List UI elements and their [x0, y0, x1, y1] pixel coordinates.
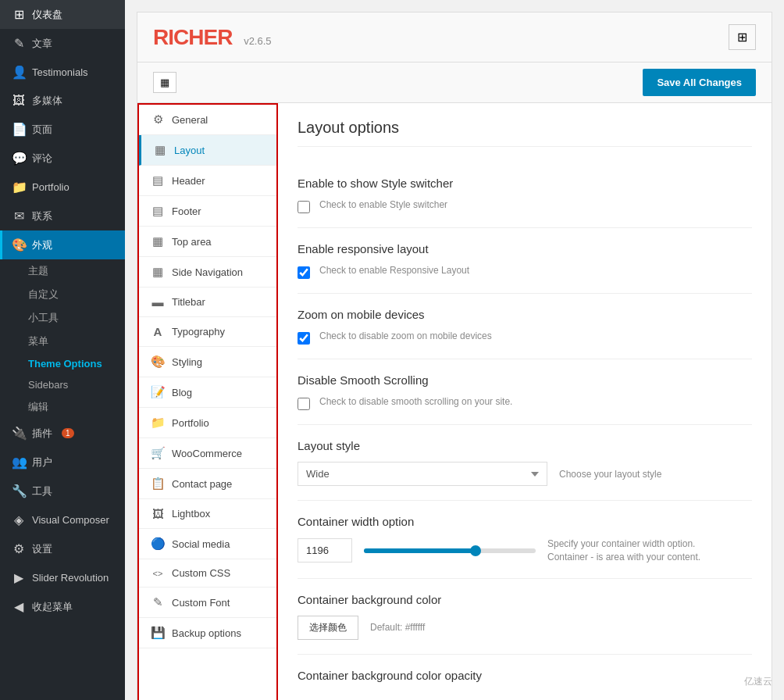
layout-icon: ▦ [152, 143, 168, 157]
nav-item-side-nav[interactable]: ▦ Side Navigation [139, 257, 276, 288]
sidebar-sub-menus[interactable]: 菜单 [0, 330, 125, 353]
theme-right-panel: Layout options Enable to show Style swit… [278, 103, 772, 700]
lightbox-icon: 🖼 [150, 507, 166, 520]
sidebar-sub-theme-options[interactable]: Theme Options [0, 353, 125, 374]
color-picker-button[interactable]: 选择颜色 [298, 616, 358, 640]
pages-icon: 📄 [12, 122, 26, 137]
sidebar-item-media[interactable]: 🖼 多媒体 [0, 87, 125, 115]
sidebar-item-tools[interactable]: 🔧 工具 [0, 477, 125, 505]
social-icon: 🔵 [150, 537, 166, 551]
theme-toolbar: ▦ Save All Changes [137, 62, 772, 103]
option-container-width: Container width option Specify your cont… [298, 501, 752, 579]
sidebar-sub-sidebars[interactable]: Sidebars [0, 374, 125, 395]
tools-icon: 🔧 [12, 484, 26, 498]
nav-item-custom-css[interactable]: <> Custom CSS [139, 559, 276, 588]
sidebar-item-settings[interactable]: ⚙ 设置 [0, 534, 125, 563]
sidebar-item-posts[interactable]: ✎ 文章 [0, 29, 125, 58]
nav-item-custom-font[interactable]: ✎ Custom Font [139, 588, 276, 618]
vc-icon: ◈ [12, 512, 26, 527]
nav-item-styling[interactable]: 🎨 Styling [139, 347, 276, 377]
media-icon: 🖼 [12, 94, 26, 108]
footer-icon: ▤ [150, 204, 166, 218]
view-toggle-button[interactable]: ▦ [153, 72, 176, 93]
style-switcher-checkbox[interactable] [298, 201, 310, 213]
plugins-icon: 🔌 [12, 426, 26, 441]
sidebar-item-vc[interactable]: ◈ Visual Composer [0, 505, 125, 534]
zoom-checkbox[interactable] [298, 332, 310, 345]
sidebar-item-links[interactable]: ✉ 联系 [0, 202, 125, 230]
container-width-slider[interactable] [364, 548, 536, 553]
option-layout-style: Layout style Wide Boxed Full Width Choos… [298, 425, 752, 501]
option-container-bg-opacity: Container background color opacity [298, 655, 752, 700]
nav-item-woocommerce[interactable]: 🛒 WooCommerce [139, 438, 276, 469]
section-title: Layout options [298, 119, 752, 147]
sidebar-item-testimonials[interactable]: 👤 Testimonials [0, 58, 125, 87]
contact-icon: 📋 [150, 477, 166, 491]
styling-icon: 🎨 [150, 355, 166, 369]
header-icon: ▤ [150, 173, 166, 188]
side-nav-icon: ▦ [150, 265, 166, 279]
portfolio-nav-icon: 📁 [150, 416, 166, 430]
nav-item-titlebar[interactable]: ▬ Titlebar [139, 288, 276, 317]
nav-item-header[interactable]: ▤ Header [139, 166, 276, 196]
nav-item-portfolio[interactable]: 📁 Portfolio [139, 408, 276, 438]
option-responsive: Enable responsive layout Check to enable… [298, 228, 752, 294]
nav-item-top-area[interactable]: ▦ Top area [139, 227, 276, 257]
sidebar-sub-editor[interactable]: 编辑 [0, 395, 125, 419]
wordpress-sidebar: ⊞ 仪表盘 ✎ 文章 👤 Testimonials 🖼 多媒体 📄 页面 💬 评… [0, 0, 125, 700]
theme-header: RICHER v2.6.5 ⊞ [137, 12, 772, 62]
typography-icon: A [150, 325, 166, 338]
sidebar-item-pages[interactable]: 📄 页面 [0, 115, 125, 144]
theme-panel: RICHER v2.6.5 ⊞ ▦ Save All Changes ⚙ Gen… [137, 12, 772, 700]
save-all-button[interactable]: Save All Changes [643, 69, 756, 96]
sidebar-item-plugins[interactable]: 🔌 插件 1 [0, 419, 125, 448]
nav-item-layout[interactable]: ▦ Layout [139, 135, 276, 166]
nav-item-contact[interactable]: 📋 Contact page [139, 469, 276, 499]
nav-item-social[interactable]: 🔵 Social media [139, 529, 276, 559]
container-width-input[interactable] [298, 538, 352, 562]
links-icon: ✉ [12, 209, 26, 223]
top-area-icon: ▦ [150, 234, 166, 248]
theme-nav: ⚙ General ▦ Layout ▤ Header ▤ Footer ▦ [137, 103, 278, 700]
sidebar-sub-widgets[interactable]: 小工具 [0, 306, 125, 330]
dashboard-icon: ⊞ [12, 7, 26, 22]
sidebar-item-slider[interactable]: ▶ Slider Revolution [0, 563, 125, 592]
general-icon: ⚙ [150, 112, 166, 127]
woo-icon: 🛒 [150, 446, 166, 460]
sidebar-item-portfolio[interactable]: 📁 Portfolio [0, 173, 125, 202]
theme-settings-icon-button[interactable]: ⊞ [729, 24, 756, 50]
nav-item-lightbox[interactable]: 🖼 Lightbox [139, 499, 276, 529]
nav-item-blog[interactable]: 📝 Blog [139, 377, 276, 408]
appearance-icon: 🎨 [12, 238, 26, 252]
sidebar-sub-themes[interactable]: 主题 [0, 259, 125, 283]
option-container-bg: Container background color 选择颜色 Default:… [298, 579, 752, 655]
posts-icon: ✎ [12, 36, 26, 51]
testimonials-icon: 👤 [12, 65, 26, 80]
nav-item-general[interactable]: ⚙ General [139, 105, 276, 135]
smooth-scroll-checkbox[interactable] [298, 398, 310, 410]
users-icon: 👥 [12, 455, 26, 470]
nav-item-footer[interactable]: ▤ Footer [139, 196, 276, 227]
font-icon: ✎ [150, 595, 166, 609]
option-style-switcher: Enable to show Style switcher Check to e… [298, 162, 752, 228]
slider-icon: ▶ [12, 570, 26, 585]
collapse-icon: ◀ [12, 599, 26, 614]
sidebar-item-appearance[interactable]: 🎨 外观 [0, 230, 125, 259]
sidebar-item-comments[interactable]: 💬 评论 [0, 144, 125, 173]
sidebar-item-users[interactable]: 👥 用户 [0, 448, 125, 477]
nav-item-backup[interactable]: 💾 Backup options [139, 618, 276, 648]
blog-icon: 📝 [150, 385, 166, 399]
nav-item-typography[interactable]: A Typography [139, 317, 276, 347]
sidebar-item-dashboard[interactable]: ⊞ 仪表盘 [0, 0, 125, 29]
sidebar-item-collapse[interactable]: ◀ 收起菜单 [0, 592, 125, 621]
sidebar-sub-customize[interactable]: 自定义 [0, 283, 125, 306]
main-area: RICHER v2.6.5 ⊞ ▦ Save All Changes ⚙ Gen… [125, 0, 784, 700]
option-zoom: Zoom on mobile devices Check to disable … [298, 294, 752, 359]
watermark: 亿速云 [744, 675, 772, 688]
responsive-checkbox[interactable] [298, 266, 310, 279]
layout-style-select[interactable]: Wide Boxed Full Width [298, 462, 547, 486]
titlebar-icon: ▬ [150, 295, 166, 309]
settings-icon: ⚙ [12, 541, 26, 556]
comments-icon: 💬 [12, 151, 26, 166]
backup-icon: 💾 [150, 626, 166, 640]
